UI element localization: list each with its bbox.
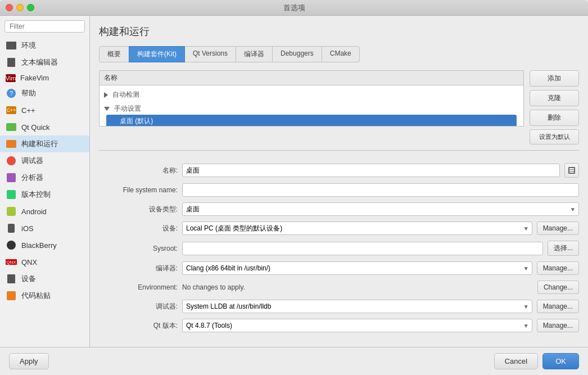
ok-button[interactable]: OK — [542, 353, 579, 369]
vcs-icon — [6, 189, 17, 200]
kit-list: 名称 自动检测 — [99, 70, 524, 126]
manage-qt-button[interactable]: Manage... — [537, 319, 579, 332]
sidebar-item-clip[interactable]: 代码粘贴 — [0, 287, 89, 304]
svg-rect-1 — [569, 168, 574, 169]
delete-button[interactable]: 删除 — [530, 110, 579, 126]
minimize-button[interactable] — [16, 4, 24, 11]
sidebar-item-vcs[interactable]: 版本控制 — [0, 186, 89, 203]
sysroot-input[interactable] — [182, 242, 543, 255]
content-area: 环境 文本编辑器 Vim FakeVim ? 帮助 C++ C++ Qt Qui… — [0, 16, 588, 347]
kit-tree: 自动检测 手动设置 桌面 (默认) — [99, 85, 523, 126]
debugger-row: 调试器: System LLDB at /usr/bin/lldb ▼ Mana… — [99, 300, 579, 313]
manage-device-button[interactable]: Manage... — [537, 222, 579, 235]
device-type-row: 设备类型: 桌面 ▼ — [99, 202, 579, 216]
sidebar-item-qtquick[interactable]: Qt Quick — [0, 119, 89, 135]
kit-item-desktop[interactable]: 桌面 (默认) — [106, 115, 517, 126]
device-select[interactable]: Local PC (桌面 类型的默认设备) — [182, 222, 532, 235]
sidebar-item-texteditor[interactable]: 文本编辑器 — [0, 54, 89, 71]
sidebar-item-debug[interactable]: 调试器 — [0, 152, 89, 169]
svg-rect-3 — [569, 171, 574, 173]
titlebar: 首选项 — [0, 0, 588, 16]
clip-icon — [6, 290, 17, 301]
name-input[interactable] — [182, 164, 560, 177]
name-label: 名称: — [99, 166, 178, 175]
window-controls — [6, 4, 34, 11]
debug-icon — [6, 155, 17, 166]
device-type-select-wrapper: 桌面 ▼ — [182, 202, 579, 216]
compiler-select[interactable]: Clang (x86 64bit in /usr/bin/) — [182, 261, 532, 275]
qt-version-select[interactable]: Qt 4.8.7 (Tools) — [182, 319, 532, 332]
debugger-select[interactable]: System LLDB at /usr/bin/lldb — [182, 300, 532, 313]
bottom-bar: Apply Cancel OK — [0, 347, 588, 375]
sidebar-item-analyzer[interactable]: 分析器 — [0, 169, 89, 186]
environment-value: No changes to apply. — [182, 283, 533, 291]
name-icon-button[interactable] — [564, 163, 579, 178]
filter-input[interactable] — [4, 20, 85, 33]
tab-compiler[interactable]: 编译器 — [236, 46, 273, 62]
debugger-select-wrapper: System LLDB at /usr/bin/lldb ▼ — [182, 300, 532, 313]
sidebar-item-help[interactable]: ? 帮助 — [0, 85, 89, 102]
sidebar-label-device: 设备 — [21, 274, 36, 284]
bottom-left: Apply — [9, 353, 49, 369]
sidebar-item-fakevim[interactable]: Vim FakeVim — [0, 71, 89, 85]
device-type-select[interactable]: 桌面 — [182, 202, 579, 216]
apply-button[interactable]: Apply — [9, 353, 49, 369]
kit-group-auto: 自动检测 — [99, 88, 523, 102]
name-row: 名称: — [99, 163, 579, 178]
tab-qtversions[interactable]: Qt Versions — [184, 46, 236, 62]
manage-compiler-button[interactable]: Manage... — [537, 261, 579, 275]
tab-summary[interactable]: 概要 — [99, 46, 129, 62]
sidebar-item-android[interactable]: Android — [0, 203, 89, 220]
sidebar-label-vcs: 版本控制 — [21, 189, 51, 200]
tab-cmake[interactable]: CMake — [322, 46, 360, 62]
cancel-button[interactable]: Cancel — [494, 353, 538, 369]
help-icon: ? — [6, 88, 17, 99]
select-sysroot-button[interactable]: 选择... — [548, 241, 579, 256]
compiler-label: 编译器: — [99, 264, 178, 273]
qnx-icon: QNX — [6, 256, 17, 268]
kit-action-buttons: 添加 克隆 删除 设置为默认 — [530, 70, 579, 144]
sidebar-item-build[interactable]: 构建和运行 — [0, 135, 89, 152]
change-env-button[interactable]: Change... — [537, 281, 579, 294]
clone-button[interactable]: 克隆 — [530, 90, 579, 106]
bottom-right: Cancel OK — [494, 353, 579, 369]
kit-group-manual: 手动设置 桌面 (默认) — [99, 102, 523, 126]
sidebar-label-cpp: C++ — [21, 106, 35, 115]
close-button[interactable] — [6, 4, 13, 11]
sidebar-item-qnx[interactable]: QNX QNX — [0, 254, 89, 270]
kit-list-header: 名称 — [99, 71, 523, 85]
window-title: 首选项 — [283, 3, 305, 13]
manage-debugger-button[interactable]: Manage... — [537, 300, 579, 313]
set-default-button[interactable]: 设置为默认 — [530, 129, 579, 144]
sidebar-item-device[interactable]: 设备 — [0, 270, 89, 287]
analyzer-icon — [6, 172, 17, 183]
device-type-label: 设备类型: — [99, 205, 178, 214]
svg-rect-2 — [569, 170, 574, 171]
texteditor-icon — [6, 57, 17, 68]
kit-group-manual-label: 手动设置 — [114, 104, 141, 114]
sysroot-label: Sysroot: — [99, 245, 178, 252]
compiler-row: 编译器: Clang (x86 64bit in /usr/bin/) ▼ Ma… — [99, 261, 579, 275]
sidebar-label-blackberry: BlackBerry — [21, 241, 57, 250]
sysroot-row: Sysroot: 选择... — [99, 241, 579, 256]
sidebar-label-analyzer: 分析器 — [21, 173, 43, 183]
environment-row: Environment: No changes to apply. Change… — [99, 281, 579, 294]
blackberry-icon — [6, 240, 17, 251]
add-button[interactable]: 添加 — [530, 70, 579, 87]
sidebar-item-blackberry[interactable]: BlackBerry — [0, 237, 89, 254]
sidebar-label-env: 环境 — [21, 40, 36, 51]
tab-debuggers[interactable]: Debuggers — [272, 46, 322, 62]
sidebar-label-fakevim: FakeVim — [20, 74, 49, 82]
filesystem-input[interactable] — [182, 183, 579, 197]
qt-version-select-wrapper: Qt 4.8.7 (Tools) ▼ — [182, 319, 532, 332]
qt-version-row: Qt 版本: Qt 4.8.7 (Tools) ▼ Manage... — [99, 319, 579, 332]
filesystem-label: File system name: — [99, 186, 178, 194]
maximize-button[interactable] — [27, 4, 34, 11]
sidebar-item-env[interactable]: 环境 — [0, 37, 89, 54]
sidebar-item-ios[interactable]: iOS — [0, 220, 89, 237]
qt-version-label: Qt 版本: — [99, 321, 178, 331]
window: 首选项 环境 文本编辑器 Vim FakeVim ? 帮助 — [0, 0, 588, 375]
tab-kit[interactable]: 构建套件(Kit) — [129, 46, 185, 62]
env-icon — [6, 40, 17, 51]
sidebar-item-cpp[interactable]: C++ C++ — [0, 102, 89, 119]
